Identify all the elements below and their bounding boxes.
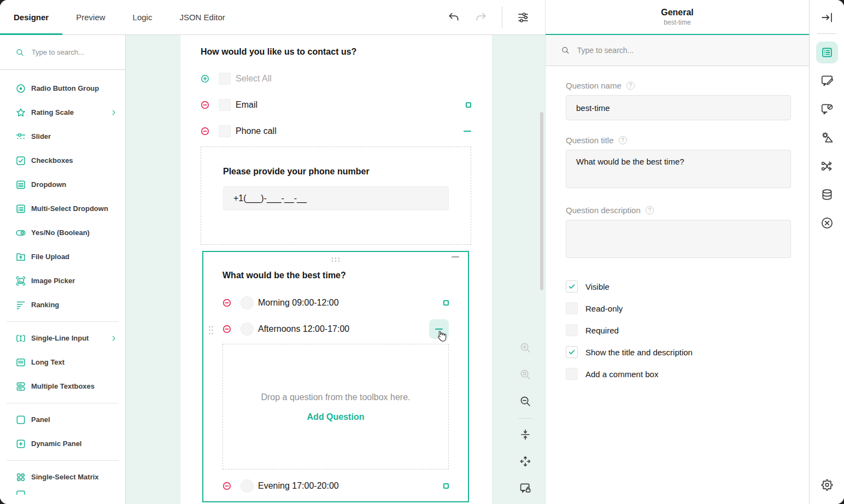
toolbox-item-image-picker[interactable]: Image Picker	[0, 269, 125, 293]
toolbox-item-dropdown[interactable]: Dropdown	[0, 173, 125, 197]
toolbox-item-checkboxes[interactable]: Checkboxes	[0, 149, 125, 173]
tab-edit-texts[interactable]	[820, 74, 834, 88]
settings-sliders-button[interactable]	[513, 8, 533, 27]
toolbox-item-single-line-input[interactable]: Single-Line Input	[0, 326, 125, 350]
property-search-input[interactable]	[577, 46, 798, 55]
drag-handle-icon[interactable]	[330, 256, 342, 263]
question-title[interactable]: Please provide your phone number	[223, 166, 449, 178]
redo-button[interactable]	[471, 8, 491, 27]
check-row-show-title-description[interactable]: Show the title and description	[566, 341, 791, 363]
phone-number-input[interactable]: +1(___)-___-__-__	[223, 186, 449, 210]
question-best-time-selected[interactable]: What would be the best time?	[202, 251, 469, 502]
tab-layout[interactable]	[820, 131, 834, 145]
choice-label[interactable]: Afternoons 12:00-17:00	[258, 324, 429, 334]
checkbox[interactable]	[219, 125, 231, 137]
question-description-textarea[interactable]	[566, 220, 791, 258]
checkbox[interactable]	[219, 73, 231, 85]
question-title[interactable]: How would you like us to contact us?	[201, 46, 471, 58]
toolbox-item-multi-select-dropdown[interactable]: Multi-Select Dropdown	[0, 197, 125, 221]
pan-tool-button[interactable]	[519, 455, 532, 468]
undo-button[interactable]	[444, 8, 464, 27]
checkbox[interactable]	[219, 99, 231, 111]
tab-preview[interactable]: Preview	[62, 0, 119, 34]
add-question-button[interactable]: Add Question	[307, 412, 365, 422]
choice-collapse-button-hovered[interactable]	[429, 319, 449, 339]
choice-label[interactable]: Phone call	[236, 126, 464, 136]
checkbox-unchecked[interactable]	[566, 324, 578, 336]
circle-plus-icon[interactable]	[201, 74, 209, 83]
help-icon[interactable]: ?	[619, 136, 627, 144]
zoom-in-button[interactable]	[519, 341, 532, 354]
tab-general-settings-active[interactable]	[816, 42, 838, 63]
toolbox-search-input[interactable]	[32, 48, 118, 56]
toolbox-list: Radio Button Group Rating Scale Slider C…	[0, 70, 125, 504]
choice-settings-icon[interactable]	[443, 300, 449, 306]
tab-validation[interactable]	[820, 102, 834, 116]
toolbox-item-panel[interactable]: Panel	[0, 408, 125, 432]
question-contact[interactable]: How would you like us to contact us? Sel…	[201, 46, 471, 245]
checkbox-unchecked[interactable]	[566, 302, 578, 314]
toolbox-item-file-upload[interactable]: File Upload	[0, 245, 125, 269]
choice-collapse-icon[interactable]	[464, 131, 471, 132]
question-title-textarea[interactable]: What would be the best time?	[566, 150, 791, 188]
collapse-panel-button[interactable]	[820, 10, 834, 25]
checkbox-checked[interactable]	[566, 280, 578, 292]
toolbox-item-long-text[interactable]: Long Text	[0, 350, 125, 374]
circle-minus-icon[interactable]	[222, 325, 231, 333]
circle-minus-icon[interactable]	[201, 127, 209, 136]
zoom-reset-button[interactable]	[519, 368, 532, 381]
survey-page: How would you like us to contact us? Sel…	[180, 35, 492, 504]
checkbox-checked[interactable]	[566, 346, 578, 358]
tab-logic[interactable]	[820, 159, 834, 173]
zoom-out-icon	[519, 395, 532, 408]
check-row-visible[interactable]: Visible	[566, 276, 791, 297]
tab-clear[interactable]	[820, 216, 834, 230]
radio-button[interactable]	[241, 296, 254, 309]
toolbox-item-rating-scale[interactable]: Rating Scale	[0, 101, 125, 125]
circle-minus-icon[interactable]	[222, 482, 231, 490]
phone-number-panel[interactable]: Please provide your phone number +1(___)…	[201, 146, 471, 245]
choice-settings-icon[interactable]	[466, 102, 471, 108]
collapse-question-button[interactable]	[448, 253, 462, 261]
choice-label[interactable]: Morning 09:00-12:00	[258, 298, 443, 308]
help-icon[interactable]: ?	[646, 206, 654, 214]
radio-button[interactable]	[241, 479, 254, 493]
check-row-add-comment-box[interactable]: Add a comment box	[566, 363, 791, 385]
check-row-required[interactable]: Required	[566, 319, 791, 341]
toolbox-item-ranking[interactable]: Ranking	[0, 293, 125, 317]
tab-data[interactable]	[820, 187, 834, 202]
tab-logic-label: Logic	[133, 13, 153, 22]
lock-questions-button[interactable]	[519, 482, 532, 495]
toolbox-item-multiple-textboxes[interactable]: Multiple Textboxes	[0, 374, 125, 398]
circle-minus-icon[interactable]	[201, 101, 209, 109]
radio-button[interactable]	[241, 323, 254, 336]
tab-json-editor[interactable]: JSON Editor	[166, 0, 238, 34]
help-icon[interactable]: ?	[626, 81, 635, 90]
tab-logic[interactable]: Logic	[119, 0, 166, 34]
checkbox-label: Visible	[585, 282, 609, 291]
tab-json-editor-label: JSON Editor	[179, 13, 225, 22]
question-title[interactable]: What would be the best time?	[222, 269, 449, 282]
toolbox-item-radio-button-group[interactable]: Radio Button Group	[0, 77, 125, 101]
checkbox-unchecked[interactable]	[566, 368, 578, 380]
check-row-read-only[interactable]: Read-only	[566, 297, 791, 319]
creator-settings-button[interactable]	[820, 478, 834, 492]
question-dropzone[interactable]: Drop a question from the toolbox here. A…	[222, 344, 449, 470]
tab-designer[interactable]: Designer	[0, 0, 62, 34]
form-settings-icon	[820, 46, 834, 59]
collapse-all-button[interactable]	[519, 428, 532, 441]
choice-label[interactable]: Evening 17:00-20:00	[258, 481, 443, 491]
toolbox-item-yes-no-boolean[interactable]: Yes/No (Boolean)	[0, 221, 125, 245]
circle-minus-icon[interactable]	[222, 298, 231, 307]
toolbox-item-label: Checkboxes	[31, 157, 118, 165]
question-name-input[interactable]	[566, 95, 791, 120]
choice-label[interactable]: Email	[236, 100, 466, 110]
drag-handle-icon[interactable]	[208, 324, 214, 336]
toolbox-item-single-select-matrix[interactable]: Single-Select Matrix	[0, 465, 125, 489]
choice-settings-icon[interactable]	[443, 483, 449, 489]
toolbox-item-slider[interactable]: Slider	[0, 125, 125, 149]
choice-label[interactable]: Select All	[236, 74, 471, 84]
zoom-out-button[interactable]	[519, 395, 532, 408]
toolbox-item-dynamic-panel[interactable]: Dynamic Panel	[0, 432, 125, 456]
canvas-scrollbar[interactable]	[540, 112, 543, 290]
